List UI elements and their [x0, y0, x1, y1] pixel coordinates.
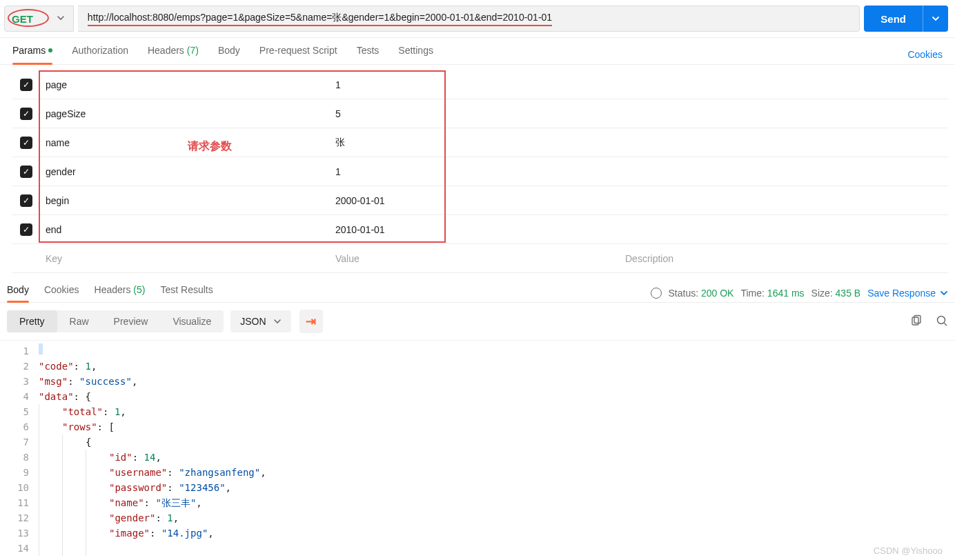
table-row: ✓ begin 2000-01-01	[12, 186, 948, 215]
param-key[interactable]: pageSize	[40, 108, 330, 119]
param-value[interactable]: 2000-01-01	[330, 195, 620, 206]
tab-authorization[interactable]: Authorization	[72, 45, 128, 64]
tab-prerequest[interactable]: Pre-request Script	[259, 45, 337, 64]
checkbox[interactable]: ✓	[20, 79, 32, 91]
save-response-button[interactable]: Save Response	[867, 288, 948, 299]
format-select[interactable]: JSON	[230, 310, 291, 332]
param-value[interactable]: 1	[330, 166, 620, 177]
checkbox[interactable]: ✓	[20, 137, 32, 149]
time-block[interactable]: Time: 1641 ms	[740, 288, 804, 299]
url-input[interactable]: http://localhost:8080/emps?page=1&pageSi…	[78, 6, 860, 32]
param-key[interactable]: begin	[40, 195, 330, 206]
send-button[interactable]: Send	[864, 6, 948, 32]
watermark: CSDN @Yishooo	[874, 546, 943, 556]
param-value-placeholder[interactable]: Value	[330, 253, 620, 264]
globe-icon[interactable]	[651, 288, 662, 299]
tab-tests[interactable]: Tests	[357, 45, 380, 64]
method-select[interactable]: GET	[4, 6, 74, 32]
checkbox[interactable]: ✓	[20, 166, 32, 178]
view-preview[interactable]: Preview	[101, 310, 161, 332]
svg-rect-0	[912, 317, 918, 325]
svg-rect-1	[914, 315, 920, 323]
status-block[interactable]: Status: 200 OK	[669, 288, 734, 299]
param-value[interactable]: 1	[330, 79, 620, 90]
svg-point-2	[938, 316, 945, 323]
view-visualize[interactable]: Visualize	[160, 310, 224, 332]
wrap-lines-icon[interactable]: ⇥	[299, 310, 323, 333]
method-label: GET	[12, 13, 33, 25]
resp-tab-cookies[interactable]: Cookies	[44, 284, 79, 302]
table-row: ✓ name 张	[12, 128, 948, 157]
param-key[interactable]: gender	[40, 166, 330, 177]
url-text: http://localhost:8080/emps?page=1&pageSi…	[88, 12, 552, 26]
copy-icon[interactable]	[909, 314, 922, 329]
modified-dot-icon	[48, 48, 52, 52]
param-key-placeholder[interactable]: Key	[40, 253, 330, 264]
param-value[interactable]: 张	[330, 137, 620, 149]
param-description-placeholder[interactable]: Description	[620, 253, 948, 264]
request-tabs: Params Authorization Headers (7) Body Pr…	[0, 38, 955, 65]
tab-settings[interactable]: Settings	[398, 45, 433, 64]
size-block[interactable]: Size: 435 B	[811, 288, 861, 299]
view-raw[interactable]: Raw	[57, 310, 101, 332]
view-mode-segment: Pretty Raw Preview Visualize	[7, 310, 224, 332]
checkbox[interactable]: ✓	[20, 223, 32, 236]
table-row-empty: Key Value Description	[12, 244, 948, 273]
send-label: Send	[864, 13, 923, 25]
search-icon[interactable]	[936, 314, 948, 329]
chevron-down-icon	[57, 13, 65, 24]
params-table: 请求参数 ✓ page 1 ✓ pageSize 5 ✓ name 张 ✓ ge…	[12, 70, 948, 273]
resp-tab-test-results[interactable]: Test Results	[160, 284, 213, 302]
param-key[interactable]: page	[40, 79, 330, 90]
viewer-toolbar: Pretty Raw Preview Visualize JSON ⇥	[0, 303, 955, 341]
tab-headers[interactable]: Headers (7)	[148, 45, 199, 64]
svg-line-3	[945, 323, 947, 326]
resp-tab-headers[interactable]: Headers (5)	[95, 284, 146, 302]
send-dropdown[interactable]	[923, 6, 948, 32]
checkbox[interactable]: ✓	[20, 194, 32, 207]
view-pretty[interactable]: Pretty	[7, 310, 57, 332]
annotation-text: 请求参数	[188, 139, 232, 154]
param-key[interactable]: end	[40, 224, 330, 235]
response-tabs: Body Cookies Headers (5) Test Results St…	[0, 273, 955, 303]
tab-params[interactable]: Params	[12, 45, 52, 64]
checkbox[interactable]: ✓	[20, 108, 32, 120]
response-body[interactable]: 1 2 "code": 1, 3 "msg": "success", 4 "da…	[0, 341, 955, 559]
table-row: ✓ gender 1	[12, 157, 948, 186]
table-row: ✓ end 2010-01-01	[12, 215, 948, 244]
table-row: ✓ page 1	[12, 70, 948, 99]
table-row: ✓ pageSize 5	[12, 99, 948, 128]
tab-body[interactable]: Body	[218, 45, 240, 64]
param-key[interactable]: name	[40, 137, 330, 148]
param-value[interactable]: 5	[330, 108, 620, 119]
resp-tab-body[interactable]: Body	[7, 284, 29, 302]
cookies-link[interactable]: Cookies	[907, 49, 943, 60]
param-value[interactable]: 2010-01-01	[330, 224, 620, 235]
